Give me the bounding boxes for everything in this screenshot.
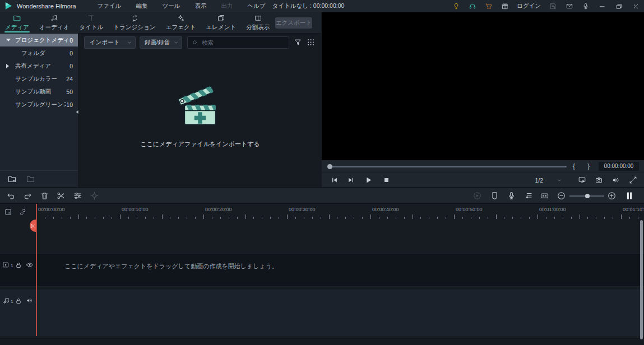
video-track-row[interactable]: 1 ここにメディアやエフェクトをドラッグして動画の作成を開始しましょう。 <box>0 253 644 287</box>
fit-timeline-icon[interactable] <box>624 190 634 201</box>
timeline-vscrollbar[interactable] <box>640 220 643 339</box>
tab-effects[interactable]: エフェクト <box>161 12 201 33</box>
menu-item-1[interactable]: 編集 <box>136 2 148 10</box>
tab-label: トランジション <box>113 24 155 31</box>
store-button[interactable] <box>480 0 497 12</box>
export-button[interactable]: エクスポート <box>275 17 312 29</box>
scissors-icon[interactable] <box>56 191 66 201</box>
quality-dropdown[interactable]: 1/2 <box>535 173 562 188</box>
link-icon[interactable] <box>18 208 27 216</box>
tab-split-screen[interactable]: 分割表示 <box>241 12 275 33</box>
tab-label: オーディオ <box>39 24 69 31</box>
tab-title[interactable]: タイトル <box>74 12 108 33</box>
mail-icon <box>566 2 573 10</box>
snap-icon[interactable] <box>4 208 12 216</box>
restore-button[interactable] <box>610 0 627 12</box>
snapshot-icon[interactable] <box>595 176 603 184</box>
preview-panel: { } 00:00:00:00 1/2 <box>322 12 644 187</box>
close-button[interactable] <box>627 0 644 12</box>
mark-in-button[interactable]: { <box>573 160 575 172</box>
playhead-handle[interactable] <box>30 220 36 232</box>
title-icon <box>87 14 95 22</box>
new-folder-icon[interactable] <box>7 174 17 184</box>
eye-icon[interactable] <box>26 261 34 269</box>
video-track-number: 1 <box>11 263 13 268</box>
minimize-button[interactable] <box>594 0 610 12</box>
expander-open-icon[interactable] <box>6 39 11 41</box>
seek-slider[interactable] <box>329 166 567 167</box>
tab-media-folder[interactable]: メディア <box>0 12 34 33</box>
sidebar-item-0[interactable]: プロジェクトメディア0 <box>0 34 78 46</box>
import-dropdown-label: インポート <box>90 39 119 46</box>
record-dropdown[interactable]: 録画/録音 <box>140 36 182 49</box>
playhead[interactable] <box>36 204 37 336</box>
prev-frame-icon[interactable] <box>330 176 339 184</box>
adjust-icon[interactable] <box>73 191 82 201</box>
sidebar-item-2[interactable]: 共有メディア0 <box>0 59 78 72</box>
sidebar-item-label: サンプルカラー <box>15 75 66 83</box>
tips-button[interactable] <box>448 0 464 12</box>
speaker-icon[interactable] <box>26 297 33 304</box>
menu-item-4: 出力 <box>221 2 233 10</box>
filter-icon[interactable] <box>294 38 302 46</box>
tab-music[interactable]: オーディオ <box>34 12 74 33</box>
timeline-zoom-handle[interactable] <box>585 194 590 198</box>
fullscreen-icon[interactable] <box>629 176 637 184</box>
seek-slider-handle[interactable] <box>327 164 332 169</box>
menu-item-0[interactable]: ファイル <box>98 2 122 10</box>
ruler-label-0: 00:00:00:00 <box>38 207 65 212</box>
project-title: タイトルなし : 00:00:00:00 <box>247 2 370 10</box>
sidebar-list: プロジェクトメディア0フォルダ0共有メディア0サンプルカラー24サンプル動画50… <box>0 34 78 111</box>
audio-track-row[interactable]: 1 <box>0 290 644 336</box>
zoom-out-icon[interactable] <box>557 191 566 201</box>
ruler-label-3: 00:00:30:00 <box>289 207 316 212</box>
sidebar-item-4[interactable]: サンプル動画50 <box>0 85 78 98</box>
lock-open-icon[interactable] <box>15 297 22 305</box>
tab-transition[interactable]: トランジション <box>108 12 160 33</box>
collapse-left-icon[interactable] <box>75 109 80 115</box>
menu-item-2[interactable]: ツール <box>163 2 180 10</box>
import-dropdown[interactable]: インポート <box>84 36 136 49</box>
grid-view-icon[interactable] <box>307 38 315 46</box>
marker-icon[interactable] <box>490 191 499 201</box>
timeline-drop-hint: ここにメディアやエフェクトをドラッグして動画の作成を開始しましょう。 <box>64 262 278 271</box>
tab-elements[interactable]: エレメント <box>201 12 241 33</box>
mark-out-button[interactable]: } <box>587 160 590 172</box>
voiceover-icon[interactable] <box>507 191 516 201</box>
tips-icon <box>452 2 460 10</box>
lock-open-icon[interactable] <box>15 262 22 269</box>
redo-icon[interactable] <box>23 191 33 201</box>
restore-icon <box>615 3 623 10</box>
menu-item-3[interactable]: 表示 <box>195 2 207 10</box>
track-manager-icon[interactable] <box>540 191 549 201</box>
play-icon[interactable] <box>364 176 373 184</box>
media-empty-state[interactable]: ここにメディアファイルをインポートする <box>79 84 321 148</box>
undo-icon[interactable] <box>6 191 16 201</box>
record-button[interactable] <box>577 0 594 12</box>
sidebar-item-3[interactable]: サンプルカラー24 <box>0 72 78 85</box>
monitor-icon[interactable] <box>578 176 586 184</box>
expander-closed-icon[interactable] <box>6 64 9 68</box>
ruler-scale[interactable]: 00:00:00:0000:00:10:0000:00:20:0000:00:3… <box>36 204 644 221</box>
save-button[interactable] <box>545 0 561 12</box>
support-button[interactable] <box>464 0 480 12</box>
media-panel: インポート 録画/録音 ここにメディアファイルをインポートする <box>79 34 321 187</box>
title-bar: Wondershare Filmora ファイル編集ツール表示出力ヘルプ タイト… <box>0 0 644 12</box>
gift-button[interactable] <box>497 0 513 12</box>
trash-icon[interactable] <box>40 191 49 201</box>
mixer-icon[interactable] <box>523 191 533 201</box>
login-button[interactable]: ログイン <box>513 2 545 10</box>
zoom-in-icon[interactable] <box>607 191 617 201</box>
sidebar-item-1[interactable]: フォルダ0 <box>0 46 78 59</box>
search-box <box>187 36 289 49</box>
timeline-zoom-slider[interactable] <box>569 195 604 197</box>
sidebar-item-5[interactable]: サンプルグリーンスクリーン10 <box>0 98 78 111</box>
timeline-hscroll-area[interactable] <box>0 338 644 345</box>
search-input[interactable] <box>198 39 289 46</box>
next-frame-icon[interactable] <box>347 176 355 184</box>
feedback-button[interactable] <box>561 0 577 12</box>
stop-icon[interactable] <box>382 176 391 184</box>
speaker-icon[interactable] <box>611 176 620 184</box>
timeline-ruler[interactable]: 00:00:00:0000:00:10:0000:00:20:0000:00:3… <box>0 204 644 221</box>
media-folder-icon <box>13 14 21 22</box>
